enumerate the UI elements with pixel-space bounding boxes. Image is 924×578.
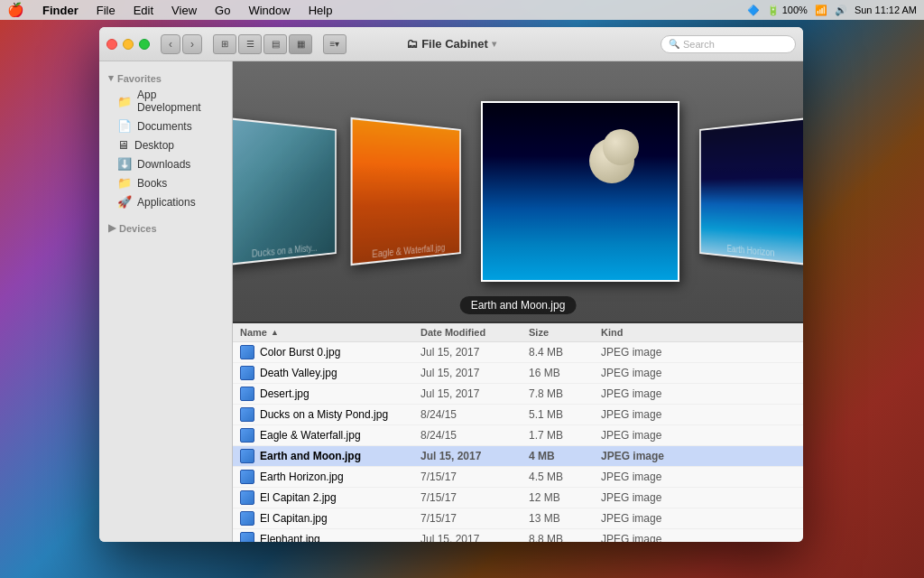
menu-go[interactable]: Go [211,4,234,17]
file-name: El Capitan 2.jpg [260,491,337,504]
table-row[interactable]: Earth and Moon.jpg Jul 15, 2017 4 MB JPE… [233,446,803,467]
file-date: 7/15/17 [420,491,529,504]
table-row[interactable]: Earth Horizon.jpg 7/15/17 4.5 MB JPEG im… [233,467,803,488]
file-name: Eagle & Waterfall.jpg [260,429,361,442]
file-rows-container: Color Burst 0.jpg Jul 15, 2017 8.4 MB JP… [233,342,803,542]
sidebar-favorites-header: ▾ Favorites [99,69,232,86]
menu-finder[interactable]: Finder [39,4,82,17]
table-row[interactable]: Desert.jpg Jul 15, 2017 7.8 MB JPEG imag… [233,384,803,405]
applications-icon: 🚀 [117,195,132,209]
file-kind: JPEG image [601,491,796,504]
file-size: 4 MB [529,450,601,462]
sidebar: ▾ Favorites 📁 App Development 📄 Document… [99,61,233,542]
file-kind: JPEG image [601,408,796,421]
file-date: Jul 15, 2017 [420,450,529,462]
sidebar-item-app-dev[interactable]: 📁 App Development [99,86,232,117]
sidebar-item-books[interactable]: 📁 Books [99,173,232,192]
sidebar-item-desktop[interactable]: 🖥 Desktop [99,135,232,154]
view-list-button[interactable]: ☰ [238,34,262,54]
file-icon [240,532,254,542]
file-date: 7/15/17 [420,471,529,483]
file-kind: JPEG image [601,346,796,359]
file-date: 7/15/17 [420,512,529,525]
sidebar-item-label: Documents [137,120,192,133]
column-date-header[interactable]: Date Modified [420,327,529,338]
file-name: Earth and Moon.jpg [260,450,361,462]
sidebar-item-label: Downloads [137,158,190,171]
table-row[interactable]: Ducks on a Misty Pond.jpg 8/24/15 5.1 MB… [233,405,803,425]
coverflow-item-center[interactable] [481,101,679,282]
chevron-right-icon: ▶ [108,222,116,234]
coverflow-item[interactable]: Ducks on a Misty... [233,117,337,266]
menu-window[interactable]: Window [245,4,293,17]
bluetooth-icon: 🔷 [747,5,760,16]
clock: Sun 11:12 AM [855,5,917,15]
coverflow-title: Earth and Moon.jpg [460,296,577,314]
file-kind: JPEG image [601,367,796,379]
table-row[interactable]: Color Burst 0.jpg Jul 15, 2017 8.4 MB JP… [233,342,803,363]
file-kind: JPEG image [601,471,796,483]
file-name: Earth Horizon.jpg [260,471,344,483]
books-icon: 📁 [117,176,132,190]
view-icon-button[interactable]: ⊞ [213,34,236,54]
file-name: Desert.jpg [260,387,310,400]
forward-button[interactable]: › [182,34,202,54]
menu-view[interactable]: View [168,4,200,17]
column-size-header[interactable]: Size [529,327,601,338]
window-body: ▾ Favorites 📁 App Development 📄 Document… [99,61,803,542]
coverflow-track: ...jpg Desert.jpg Ducks on a Misty... [233,101,803,282]
coverflow-item[interactable]: Earth Horizon [699,117,803,266]
apple-logo-icon[interactable]: 🍎 [7,2,24,18]
view-column-button[interactable]: ▤ [263,34,287,54]
nav-buttons: ‹ › [161,34,202,54]
coverflow[interactable]: ...jpg Desert.jpg Ducks on a Misty... [233,61,803,323]
file-date: 8/24/15 [420,408,529,421]
file-list-header: Name ▲ Date Modified Size Kind [233,323,803,342]
sidebar-item-documents[interactable]: 📄 Documents [99,117,232,135]
folder-icon: 📁 [117,95,132,108]
file-size: 4.5 MB [529,471,601,483]
stack-icon: 🗂 [406,37,418,51]
menu-help[interactable]: Help [305,4,337,17]
menu-file[interactable]: File [93,4,119,17]
file-name: Elephant.jpg [260,533,320,542]
file-icon [240,345,254,359]
coverflow-item[interactable]: Eagle & Waterfall.jpg [351,117,461,266]
search-icon: 🔍 [669,39,679,49]
volume-icon: 🔊 [835,5,847,16]
maximize-button[interactable] [139,39,150,50]
sidebar-item-applications[interactable]: 🚀 Applications [99,192,232,211]
file-size: 5.1 MB [529,408,601,421]
menu-edit[interactable]: Edit [130,4,157,17]
column-name-header[interactable]: Name ▲ [240,327,420,338]
title-chevron-icon: ▾ [492,39,496,49]
file-list[interactable]: Name ▲ Date Modified Size Kind Color Bur… [233,323,803,542]
file-date: Jul 15, 2017 [420,367,529,379]
file-size: 7.8 MB [529,387,601,400]
battery-status: 🔋 100% [767,5,808,16]
file-icon [240,490,254,505]
close-button[interactable] [106,39,117,50]
file-date: Jul 15, 2017 [420,346,529,359]
table-row[interactable]: El Capitan 2.jpg 7/15/17 12 MB JPEG imag… [233,488,803,508]
search-box[interactable]: 🔍 Search [661,35,796,53]
arrange-button[interactable]: ≡▾ [323,34,346,54]
sidebar-item-label: Applications [137,196,196,209]
table-row[interactable]: Eagle & Waterfall.jpg 8/24/15 1.7 MB JPE… [233,425,803,446]
file-kind: JPEG image [601,450,796,462]
table-row[interactable]: Elephant.jpg Jul 15, 2017 8.8 MB JPEG im… [233,529,803,542]
file-date: Jul 15, 2017 [420,387,529,400]
file-name: Color Burst 0.jpg [260,346,340,359]
back-button[interactable]: ‹ [161,34,180,54]
file-size: 12 MB [529,491,601,504]
view-coverflow-button[interactable]: ▦ [289,34,312,54]
file-icon [240,407,254,422]
column-kind-header[interactable]: Kind [601,327,796,338]
table-row[interactable]: El Capitan.jpg 7/15/17 13 MB JPEG image [233,508,803,529]
file-icon [240,449,254,463]
file-name: El Capitan.jpg [260,512,328,525]
main-content: ...jpg Desert.jpg Ducks on a Misty... [233,61,803,542]
minimize-button[interactable] [123,39,134,50]
table-row[interactable]: Death Valley.jpg Jul 15, 2017 16 MB JPEG… [233,363,803,384]
sidebar-item-downloads[interactable]: ⬇️ Downloads [99,154,232,173]
